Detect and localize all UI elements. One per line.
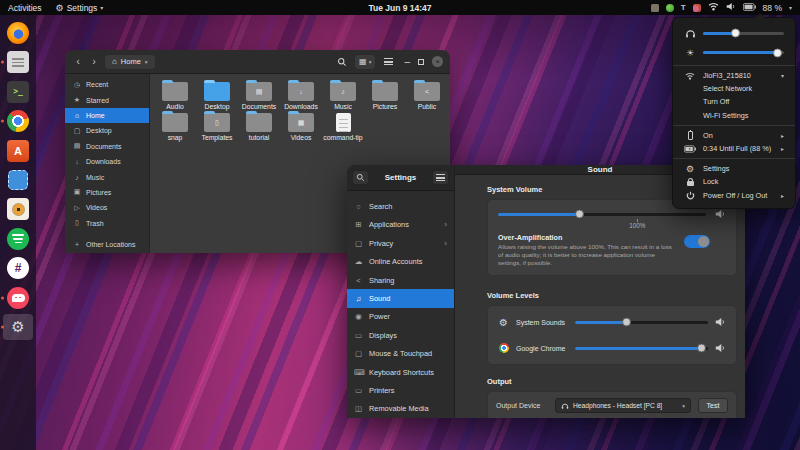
files-sidebar-item-downloads[interactable]: ↓Downloads <box>65 154 149 169</box>
settings-sidebar-item-privacy[interactable]: ▢Privacy› <box>347 234 454 252</box>
files-sidebar-item-desktop[interactable]: ▢Desktop <box>65 123 149 138</box>
files-sidebar-item-starred[interactable]: ★Starred <box>65 92 149 107</box>
files-sidebar-item-documents[interactable]: ▤Documents <box>65 139 149 154</box>
divider <box>673 125 795 126</box>
menu-button[interactable] <box>380 54 396 70</box>
turn-off-item[interactable]: Turn Off <box>673 95 795 108</box>
volume-slider-row <box>673 23 795 43</box>
menu-brightness-slider[interactable] <box>703 51 784 54</box>
wifi-settings-item[interactable]: Wi-Fi Settings <box>673 109 795 122</box>
slider-thumb[interactable] <box>697 344 706 353</box>
dock-item-settings[interactable]: ⚙ <box>3 314 33 340</box>
settings-sidebar-item-search[interactable]: ○Search <box>347 197 454 215</box>
path-bar-button[interactable]: ⌂ Home ▾ <box>104 54 156 70</box>
files-sidebar: ◷Recent★Starred⌂Home▢Desktop▤Documents↓D… <box>65 74 150 253</box>
activities-button[interactable]: Activities <box>8 3 42 13</box>
app-volume-slider[interactable] <box>575 347 708 350</box>
dock-item-ubuntu-software[interactable]: A <box>3 138 33 164</box>
settings-sidebar-item-removable-media[interactable]: ◫Removable Media <box>347 400 454 418</box>
battery-status-item[interactable]: 0:34 Until Full (88 %) ▸ <box>673 142 795 155</box>
folder-emblem: ▦ <box>288 113 314 132</box>
app-menu-button[interactable]: ⚙ Settings ▾ <box>56 3 104 13</box>
menu-button[interactable] <box>432 170 449 185</box>
dock-item-media-player[interactable] <box>3 196 33 222</box>
power-off-menu-item[interactable]: Power Off / Log Out ▸ <box>673 189 795 202</box>
settings-sidebar-item-printers[interactable]: ▭Printers <box>347 381 454 399</box>
file-item-snap[interactable]: snap <box>154 110 196 141</box>
file-item-pictures[interactable]: Pictures <box>364 79 406 110</box>
chevron-down-icon: ▾ <box>781 72 784 79</box>
device-power-item[interactable]: On ▸ <box>673 129 795 142</box>
tray-chat-icon[interactable] <box>693 4 701 12</box>
settings-sidebar-item-mouse-touchpad[interactable]: ▢Mouse & Touchpad <box>347 345 454 363</box>
slider-thumb[interactable] <box>731 29 740 38</box>
dock-item-text-editor[interactable] <box>3 49 33 75</box>
files-sidebar-item-recent[interactable]: ◷Recent <box>65 77 149 92</box>
settings-sidebar-item-sharing[interactable]: <Sharing <box>347 271 454 289</box>
output-device-dropdown[interactable]: Headphones - Headset [PC 8] ▾ <box>555 398 691 413</box>
folder-icon: ♪ <box>330 82 356 101</box>
file-item-templates[interactable]: ▯Templates <box>196 110 238 141</box>
settings-sidebar-item-keyboard-shortcuts[interactable]: ⌨Keyboard Shortcuts <box>347 363 454 381</box>
files-sidebar-item-other-locations[interactable]: +Other Locations <box>65 237 149 252</box>
tray-app-icon[interactable] <box>651 4 659 12</box>
dock-item-terminal[interactable]: >_ <box>3 79 33 105</box>
settings-sidebar-item-sound[interactable]: ♫Sound <box>347 289 454 307</box>
file-item-downloads[interactable]: ↓Downloads <box>280 79 322 110</box>
test-button[interactable]: Test <box>698 398 728 413</box>
file-item-public[interactable]: <Public <box>406 79 448 110</box>
files-sidebar-item-pictures[interactable]: ▣Pictures <box>65 185 149 200</box>
files-sidebar-item-home[interactable]: ⌂Home <box>65 108 149 123</box>
file-item-music[interactable]: ♪Music <box>322 79 364 110</box>
system-status-area[interactable]: T 88 % ▾ <box>651 2 792 13</box>
lock-menu-item[interactable]: Lock <box>673 175 795 188</box>
search-button[interactable] <box>334 54 350 70</box>
dock-item-chrome[interactable] <box>3 108 33 134</box>
tray-status-icon[interactable] <box>666 4 674 12</box>
settings-sidebar-item-online-accounts[interactable]: ☁Online Accounts <box>347 253 454 271</box>
menu-volume-slider[interactable] <box>703 32 784 35</box>
dock-item-spotify[interactable] <box>3 226 33 252</box>
running-indicator <box>1 120 4 123</box>
file-item-tutorial[interactable]: tutorial <box>238 110 280 141</box>
over-amplification-toggle[interactable] <box>684 235 710 248</box>
panel-icon: ○ <box>354 202 363 211</box>
tray-telegram-icon[interactable]: T <box>681 3 686 12</box>
dock-item-slack[interactable]: # <box>3 255 33 281</box>
over-amplification-label: Over-Amplification <box>498 233 676 242</box>
file-item-command-tip[interactable]: command-tip <box>322 110 364 141</box>
slider-thumb[interactable] <box>622 318 631 327</box>
forward-button[interactable]: › <box>88 56 100 67</box>
file-item-videos[interactable]: ▦Videos <box>280 110 322 141</box>
close-button[interactable]: × <box>432 56 443 67</box>
settings-sidebar-item-power[interactable]: ◉Power <box>347 308 454 326</box>
dock-item-screenshot[interactable] <box>3 167 33 193</box>
settings-sidebar-item-displays[interactable]: ▭Displays <box>347 326 454 344</box>
volume-levels-heading: Volume Levels <box>487 291 737 300</box>
dock-item-firefox[interactable] <box>3 20 33 46</box>
settings-menu-item[interactable]: ⚙ Settings <box>673 162 795 175</box>
slider-thumb[interactable] <box>773 48 782 57</box>
minimize-button[interactable]: – <box>404 56 410 67</box>
search-button[interactable] <box>352 170 369 185</box>
file-item-documents[interactable]: ▤Documents <box>238 79 280 110</box>
files-sidebar-item-videos[interactable]: ▷Videos <box>65 200 149 215</box>
speaker-icon <box>715 343 726 353</box>
app-volume-slider[interactable] <box>575 321 708 324</box>
clock[interactable]: Tue Jun 9 14:47 <box>368 3 431 13</box>
files-sidebar-item-music[interactable]: ♪Music <box>65 169 149 184</box>
divider <box>673 158 795 159</box>
file-item-desktop[interactable]: Desktop <box>196 79 238 110</box>
select-network-item[interactable]: Select Network <box>673 82 795 95</box>
file-item-audio[interactable]: Audio <box>154 79 196 110</box>
system-volume-slider[interactable]: 100% <box>498 213 706 216</box>
view-toggle-button[interactable]: ▦ ▾ <box>354 54 376 70</box>
files-sidebar-item-trash[interactable]: ▯Trash <box>65 216 149 231</box>
maximize-button[interactable] <box>418 59 424 65</box>
folder-icon <box>372 82 398 101</box>
dock-item-rocketchat[interactable] <box>3 285 33 311</box>
wifi-menu-item[interactable]: JioFi3_215810 ▾ <box>673 69 795 82</box>
slider-thumb[interactable] <box>575 210 584 219</box>
settings-sidebar-item-applications[interactable]: ⊞Applications› <box>347 216 454 234</box>
back-button[interactable]: ‹ <box>72 56 84 67</box>
